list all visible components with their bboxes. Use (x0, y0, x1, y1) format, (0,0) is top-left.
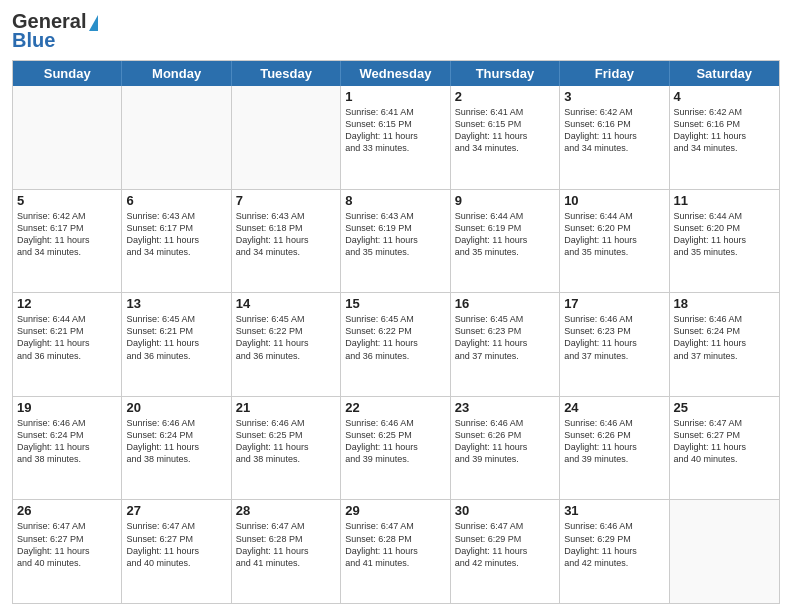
cal-cell: 20Sunrise: 6:46 AM Sunset: 6:24 PM Dayli… (122, 397, 231, 500)
cal-cell: 27Sunrise: 6:47 AM Sunset: 6:27 PM Dayli… (122, 500, 231, 603)
calendar-header: SundayMondayTuesdayWednesdayThursdayFrid… (13, 61, 779, 86)
day-number: 30 (455, 503, 555, 518)
cell-info: Sunrise: 6:41 AM Sunset: 6:15 PM Dayligh… (455, 106, 555, 155)
day-number: 22 (345, 400, 445, 415)
logo: General Blue (12, 10, 98, 52)
cal-cell: 22Sunrise: 6:46 AM Sunset: 6:25 PM Dayli… (341, 397, 450, 500)
cal-cell: 23Sunrise: 6:46 AM Sunset: 6:26 PM Dayli… (451, 397, 560, 500)
cal-cell: 4Sunrise: 6:42 AM Sunset: 6:16 PM Daylig… (670, 86, 779, 189)
week-row-2: 12Sunrise: 6:44 AM Sunset: 6:21 PM Dayli… (13, 293, 779, 397)
day-number: 11 (674, 193, 775, 208)
cal-cell: 7Sunrise: 6:43 AM Sunset: 6:18 PM Daylig… (232, 190, 341, 293)
cal-cell: 12Sunrise: 6:44 AM Sunset: 6:21 PM Dayli… (13, 293, 122, 396)
day-number: 3 (564, 89, 664, 104)
day-number: 17 (564, 296, 664, 311)
cal-cell: 14Sunrise: 6:45 AM Sunset: 6:22 PM Dayli… (232, 293, 341, 396)
cell-info: Sunrise: 6:42 AM Sunset: 6:16 PM Dayligh… (674, 106, 775, 155)
cell-info: Sunrise: 6:44 AM Sunset: 6:20 PM Dayligh… (674, 210, 775, 259)
cell-info: Sunrise: 6:45 AM Sunset: 6:21 PM Dayligh… (126, 313, 226, 362)
day-number: 26 (17, 503, 117, 518)
day-number: 23 (455, 400, 555, 415)
cal-cell (13, 86, 122, 189)
cal-cell: 18Sunrise: 6:46 AM Sunset: 6:24 PM Dayli… (670, 293, 779, 396)
calendar-body: 1Sunrise: 6:41 AM Sunset: 6:15 PM Daylig… (13, 86, 779, 603)
cell-info: Sunrise: 6:46 AM Sunset: 6:23 PM Dayligh… (564, 313, 664, 362)
day-number: 29 (345, 503, 445, 518)
day-number: 8 (345, 193, 445, 208)
cal-cell: 25Sunrise: 6:47 AM Sunset: 6:27 PM Dayli… (670, 397, 779, 500)
cell-info: Sunrise: 6:46 AM Sunset: 6:24 PM Dayligh… (674, 313, 775, 362)
cell-info: Sunrise: 6:43 AM Sunset: 6:17 PM Dayligh… (126, 210, 226, 259)
cal-cell: 2Sunrise: 6:41 AM Sunset: 6:15 PM Daylig… (451, 86, 560, 189)
day-number: 21 (236, 400, 336, 415)
cell-info: Sunrise: 6:45 AM Sunset: 6:22 PM Dayligh… (345, 313, 445, 362)
cal-cell: 10Sunrise: 6:44 AM Sunset: 6:20 PM Dayli… (560, 190, 669, 293)
week-row-3: 19Sunrise: 6:46 AM Sunset: 6:24 PM Dayli… (13, 397, 779, 501)
week-row-1: 5Sunrise: 6:42 AM Sunset: 6:17 PM Daylig… (13, 190, 779, 294)
cell-info: Sunrise: 6:46 AM Sunset: 6:24 PM Dayligh… (17, 417, 117, 466)
calendar: SundayMondayTuesdayWednesdayThursdayFrid… (12, 60, 780, 604)
cal-cell (670, 500, 779, 603)
cell-info: Sunrise: 6:44 AM Sunset: 6:19 PM Dayligh… (455, 210, 555, 259)
day-number: 24 (564, 400, 664, 415)
cell-info: Sunrise: 6:47 AM Sunset: 6:29 PM Dayligh… (455, 520, 555, 569)
header-day-wednesday: Wednesday (341, 61, 450, 86)
cal-cell (122, 86, 231, 189)
cell-info: Sunrise: 6:42 AM Sunset: 6:17 PM Dayligh… (17, 210, 117, 259)
cell-info: Sunrise: 6:41 AM Sunset: 6:15 PM Dayligh… (345, 106, 445, 155)
cell-info: Sunrise: 6:46 AM Sunset: 6:25 PM Dayligh… (345, 417, 445, 466)
header-day-monday: Monday (122, 61, 231, 86)
cal-cell: 3Sunrise: 6:42 AM Sunset: 6:16 PM Daylig… (560, 86, 669, 189)
day-number: 31 (564, 503, 664, 518)
cell-info: Sunrise: 6:47 AM Sunset: 6:27 PM Dayligh… (674, 417, 775, 466)
cell-info: Sunrise: 6:43 AM Sunset: 6:18 PM Dayligh… (236, 210, 336, 259)
header-day-thursday: Thursday (451, 61, 560, 86)
cal-cell: 15Sunrise: 6:45 AM Sunset: 6:22 PM Dayli… (341, 293, 450, 396)
cal-cell: 30Sunrise: 6:47 AM Sunset: 6:29 PM Dayli… (451, 500, 560, 603)
header: General Blue (12, 10, 780, 52)
cal-cell: 8Sunrise: 6:43 AM Sunset: 6:19 PM Daylig… (341, 190, 450, 293)
week-row-0: 1Sunrise: 6:41 AM Sunset: 6:15 PM Daylig… (13, 86, 779, 190)
day-number: 5 (17, 193, 117, 208)
header-day-tuesday: Tuesday (232, 61, 341, 86)
logo-blue: Blue (12, 29, 55, 52)
cell-info: Sunrise: 6:46 AM Sunset: 6:26 PM Dayligh… (564, 417, 664, 466)
header-day-friday: Friday (560, 61, 669, 86)
cell-info: Sunrise: 6:45 AM Sunset: 6:23 PM Dayligh… (455, 313, 555, 362)
cell-info: Sunrise: 6:46 AM Sunset: 6:25 PM Dayligh… (236, 417, 336, 466)
day-number: 14 (236, 296, 336, 311)
cell-info: Sunrise: 6:45 AM Sunset: 6:22 PM Dayligh… (236, 313, 336, 362)
day-number: 10 (564, 193, 664, 208)
day-number: 2 (455, 89, 555, 104)
cal-cell: 26Sunrise: 6:47 AM Sunset: 6:27 PM Dayli… (13, 500, 122, 603)
cal-cell: 28Sunrise: 6:47 AM Sunset: 6:28 PM Dayli… (232, 500, 341, 603)
cell-info: Sunrise: 6:47 AM Sunset: 6:28 PM Dayligh… (345, 520, 445, 569)
header-day-sunday: Sunday (13, 61, 122, 86)
cal-cell: 13Sunrise: 6:45 AM Sunset: 6:21 PM Dayli… (122, 293, 231, 396)
cell-info: Sunrise: 6:47 AM Sunset: 6:27 PM Dayligh… (17, 520, 117, 569)
day-number: 7 (236, 193, 336, 208)
cal-cell: 17Sunrise: 6:46 AM Sunset: 6:23 PM Dayli… (560, 293, 669, 396)
cell-info: Sunrise: 6:43 AM Sunset: 6:19 PM Dayligh… (345, 210, 445, 259)
cal-cell (232, 86, 341, 189)
cal-cell: 5Sunrise: 6:42 AM Sunset: 6:17 PM Daylig… (13, 190, 122, 293)
day-number: 1 (345, 89, 445, 104)
day-number: 13 (126, 296, 226, 311)
day-number: 6 (126, 193, 226, 208)
cal-cell: 29Sunrise: 6:47 AM Sunset: 6:28 PM Dayli… (341, 500, 450, 603)
cal-cell: 16Sunrise: 6:45 AM Sunset: 6:23 PM Dayli… (451, 293, 560, 396)
day-number: 4 (674, 89, 775, 104)
cell-info: Sunrise: 6:46 AM Sunset: 6:24 PM Dayligh… (126, 417, 226, 466)
cal-cell: 1Sunrise: 6:41 AM Sunset: 6:15 PM Daylig… (341, 86, 450, 189)
day-number: 25 (674, 400, 775, 415)
cell-info: Sunrise: 6:46 AM Sunset: 6:29 PM Dayligh… (564, 520, 664, 569)
cal-cell: 9Sunrise: 6:44 AM Sunset: 6:19 PM Daylig… (451, 190, 560, 293)
cell-info: Sunrise: 6:42 AM Sunset: 6:16 PM Dayligh… (564, 106, 664, 155)
header-day-saturday: Saturday (670, 61, 779, 86)
day-number: 18 (674, 296, 775, 311)
day-number: 19 (17, 400, 117, 415)
week-row-4: 26Sunrise: 6:47 AM Sunset: 6:27 PM Dayli… (13, 500, 779, 603)
cal-cell: 11Sunrise: 6:44 AM Sunset: 6:20 PM Dayli… (670, 190, 779, 293)
day-number: 27 (126, 503, 226, 518)
day-number: 16 (455, 296, 555, 311)
